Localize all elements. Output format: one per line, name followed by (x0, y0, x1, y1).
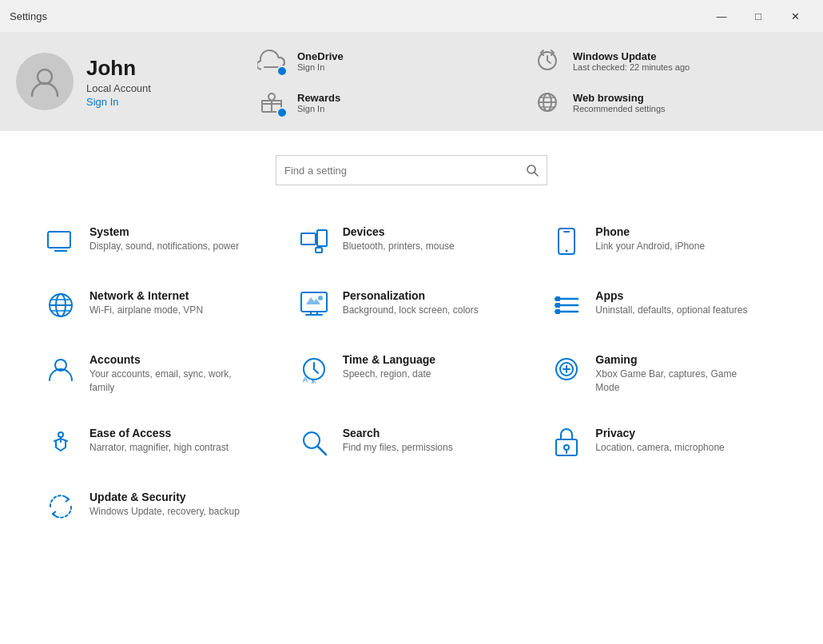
gaming-icon (551, 353, 582, 385)
personalization-icon (298, 289, 330, 321)
windows-update-subtitle: Last checked: 22 minutes ago (573, 62, 690, 72)
search-bar[interactable] (276, 155, 547, 185)
svg-rect-28 (555, 296, 560, 301)
svg-point-24 (318, 296, 323, 300)
setting-item-search[interactable]: Search Find my files, permissions (285, 411, 539, 475)
rewards-service[interactable]: Rewards Sign In (256, 86, 531, 118)
main-content: System Display, sound, notifications, po… (0, 131, 823, 644)
setting-item-phone[interactable]: Phone Link your Android, iPhone (538, 209, 791, 273)
svg-text:A: A (303, 376, 308, 384)
rewards-subtitle: Sign In (297, 104, 340, 113)
search-settings-title: Search (343, 427, 453, 439)
update-icon (45, 491, 77, 523)
search-settings-icon (298, 427, 330, 459)
minimize-button[interactable]: — (703, 3, 740, 29)
svg-rect-9 (48, 232, 70, 248)
onedrive-dot (276, 66, 288, 77)
setting-item-accounts[interactable]: Accounts Your accounts, email, sync, wor… (32, 337, 285, 411)
ease-icon (45, 427, 77, 459)
svg-point-0 (38, 70, 52, 84)
svg-rect-30 (555, 309, 560, 314)
search-input[interactable] (284, 165, 519, 177)
window-controls: — □ ✕ (703, 3, 813, 29)
rewards-dot (276, 107, 288, 118)
header-banner: John Local Account Sign In OneDrive (0, 32, 823, 131)
network-title: Network & Internet (89, 289, 203, 302)
devices-desc: Bluetooth, printers, mouse (343, 240, 455, 253)
svg-line-39 (318, 447, 326, 455)
user-info: John Local Account Sign In (86, 56, 151, 108)
web-browsing-subtitle: Recommended settings (573, 104, 666, 113)
rewards-text: Rewards Sign In (297, 92, 340, 113)
app-title: Settings (10, 10, 47, 22)
svg-rect-14 (316, 248, 322, 252)
onedrive-text: OneDrive Sign In (297, 50, 344, 72)
personalization-title: Personalization (343, 289, 479, 302)
phone-title: Phone (595, 225, 705, 238)
web-browsing-text: Web browsing Recommended settings (573, 92, 666, 113)
setting-item-update[interactable]: Update & Security Windows Update, recove… (32, 475, 285, 539)
time-desc: Speech, region, date (343, 368, 435, 381)
system-title: System (89, 225, 239, 238)
windows-update-service[interactable]: Windows Update Last checked: 22 minutes … (531, 45, 807, 77)
ease-desc: Narrator, magnifier, high contrast (89, 441, 229, 455)
setting-item-network[interactable]: Network & Internet Wi-Fi, airplane mode,… (32, 273, 285, 337)
onedrive-service[interactable]: OneDrive Sign In (256, 45, 531, 77)
personalization-desc: Background, lock screen, colors (343, 304, 479, 317)
search-settings-text: Search Find my files, permissions (343, 427, 453, 455)
setting-item-devices[interactable]: Devices Bluetooth, printers, mouse (285, 209, 539, 273)
onedrive-subtitle: Sign In (297, 62, 344, 72)
settings-grid: System Display, sound, notifications, po… (0, 209, 823, 539)
devices-icon (298, 225, 330, 257)
setting-item-apps[interactable]: Apps Uninstall, defaults, optional featu… (538, 273, 791, 337)
close-button[interactable]: ✕ (777, 3, 813, 29)
time-title: Time & Language (343, 353, 435, 366)
gaming-desc: Xbox Game Bar, captures, Game Mode (595, 368, 755, 395)
accounts-desc: Your accounts, email, sync, work, family (89, 368, 249, 395)
accounts-title: Accounts (89, 353, 249, 366)
privacy-text: Privacy Location, camera, microphone (595, 427, 724, 455)
gaming-title: Gaming (595, 353, 755, 366)
svg-text:あ: あ (311, 379, 316, 384)
privacy-icon (551, 427, 582, 459)
user-account-type: Local Account (86, 82, 151, 94)
apps-text: Apps Uninstall, defaults, optional featu… (595, 289, 747, 317)
onedrive-title: OneDrive (297, 50, 344, 62)
apps-desc: Uninstall, defaults, optional features (595, 304, 747, 317)
devices-text: Devices Bluetooth, printers, mouse (343, 225, 455, 253)
search-settings-desc: Find my files, permissions (343, 441, 453, 455)
apps-icon (551, 289, 582, 321)
windows-update-icon-container (531, 45, 563, 77)
svg-point-17 (566, 250, 568, 252)
setting-item-gaming[interactable]: Gaming Xbox Game Bar, captures, Game Mod… (538, 337, 791, 411)
web-browsing-service[interactable]: Web browsing Recommended settings (531, 86, 807, 118)
web-browsing-icon-container (531, 86, 563, 118)
setting-item-time[interactable]: A あ Time & Language Speech, region, date (285, 337, 539, 411)
svg-line-8 (535, 173, 538, 176)
maximize-button[interactable]: □ (740, 3, 777, 29)
search-icon (526, 164, 539, 177)
accounts-text: Accounts Your accounts, email, sync, wor… (89, 353, 249, 395)
setting-item-system[interactable]: System Display, sound, notifications, po… (32, 209, 285, 273)
time-text: Time & Language Speech, region, date (343, 353, 435, 381)
accounts-icon (45, 353, 77, 385)
search-bar-container (0, 155, 823, 185)
ease-text: Ease of Access Narrator, magnifier, high… (89, 427, 229, 455)
setting-item-privacy[interactable]: Privacy Location, camera, microphone (538, 411, 791, 475)
setting-item-personalization[interactable]: Personalization Background, lock screen,… (285, 273, 539, 337)
onedrive-icon-container (256, 45, 288, 77)
system-text: System Display, sound, notifications, po… (89, 225, 239, 253)
time-icon: A あ (298, 353, 330, 385)
phone-desc: Link your Android, iPhone (595, 240, 705, 253)
service-column-1: OneDrive Sign In Rewards (256, 45, 531, 118)
windows-update-title: Windows Update (573, 50, 690, 62)
system-desc: Display, sound, notifications, power (89, 240, 239, 253)
network-desc: Wi-Fi, airplane mode, VPN (89, 304, 203, 317)
rewards-icon-container (256, 86, 288, 118)
user-signin-link[interactable]: Sign In (86, 96, 151, 108)
header-services: OneDrive Sign In Rewards (256, 45, 807, 118)
phone-text: Phone Link your Android, iPhone (595, 225, 705, 253)
system-icon (45, 225, 77, 257)
setting-item-ease[interactable]: Ease of Access Narrator, magnifier, high… (32, 411, 285, 475)
personalization-text: Personalization Background, lock screen,… (343, 289, 479, 317)
